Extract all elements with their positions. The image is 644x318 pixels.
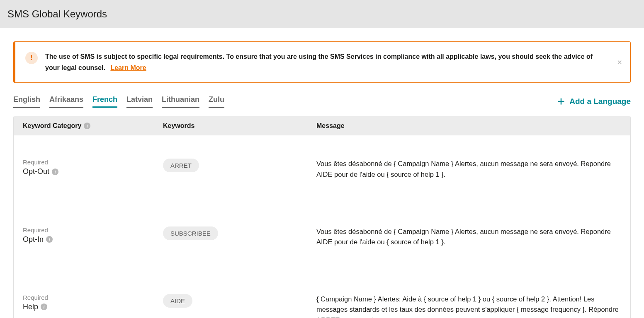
tabs-row: English Afrikaans French Latvian Lithuan… [13, 95, 631, 108]
legal-alert: ! The use of SMS is subject to specific … [13, 41, 631, 83]
table-row: Required Opt-Out i ARRET Vous êtes désab… [14, 135, 630, 203]
cell-category: Required Help i [14, 294, 163, 311]
required-label: Required [23, 294, 163, 301]
th-keywords: Keywords [163, 122, 316, 130]
category-text: Opt-Out [23, 167, 49, 176]
category-name: Opt-In i [23, 235, 163, 244]
info-icon[interactable]: i [84, 123, 90, 129]
table-row: Required Help i AIDE { Campaign Name } A… [14, 271, 630, 318]
message-text: { Campaign Name } Alertes: Aide à { sour… [316, 294, 621, 318]
th-category-label: Keyword Category [23, 122, 81, 130]
cell-message: { Campaign Name } Alertes: Aide à { sour… [316, 294, 630, 318]
category-name: Opt-Out i [23, 167, 163, 176]
tab-french[interactable]: French [92, 95, 117, 108]
close-icon: × [617, 58, 622, 67]
content-area: ! The use of SMS is subject to specific … [0, 28, 644, 318]
category-text: Opt-In [23, 235, 44, 244]
cell-category: Required Opt-In i [14, 226, 163, 244]
th-category: Keyword Category i [14, 122, 163, 130]
tab-afrikaans[interactable]: Afrikaans [49, 95, 83, 108]
th-message: Message [316, 122, 630, 130]
plus-icon [557, 97, 565, 106]
keyword-pill: SUBSCRIBEE [163, 226, 218, 240]
cell-message: Vous êtes désabonné de { Campaign Name }… [316, 159, 630, 180]
cell-keywords: AIDE [163, 294, 316, 308]
add-language-button[interactable]: Add a Language [557, 97, 631, 106]
keyword-pill: AIDE [163, 294, 192, 308]
warning-icon: ! [30, 55, 32, 61]
message-text: Vous êtes désabonné de { Campaign Name }… [316, 226, 621, 248]
close-alert-button[interactable]: × [617, 58, 622, 66]
required-label: Required [23, 226, 163, 234]
info-icon[interactable]: i [41, 304, 47, 310]
info-icon[interactable]: i [52, 169, 58, 175]
keyword-pill: ARRET [163, 159, 199, 172]
add-language-label: Add a Language [569, 97, 631, 106]
cell-keywords: SUBSCRIBEE [163, 226, 316, 240]
keywords-table: Keyword Category i Keywords Message Requ… [13, 116, 631, 318]
page-header: SMS Global Keywords [0, 0, 644, 28]
tab-latvian[interactable]: Latvian [126, 95, 153, 108]
cell-message: Vous êtes désabonné de { Campaign Name }… [316, 226, 630, 248]
info-icon[interactable]: i [46, 236, 53, 243]
cell-category: Required Opt-Out i [14, 159, 163, 176]
tab-english[interactable]: English [13, 95, 40, 108]
message-text: Vous êtes désabonné de { Campaign Name }… [316, 159, 621, 180]
table-row: Required Opt-In i SUBSCRIBEE Vous êtes d… [14, 203, 630, 271]
table-body: Required Opt-Out i ARRET Vous êtes désab… [14, 135, 630, 318]
page-title: SMS Global Keywords [7, 8, 637, 20]
tab-zulu[interactable]: Zulu [209, 95, 224, 108]
tab-lithuanian[interactable]: Lithuanian [162, 95, 199, 108]
learn-more-link[interactable]: Learn More [110, 64, 146, 71]
alert-icon-wrap: ! [25, 52, 38, 64]
cell-keywords: ARRET [163, 159, 316, 172]
alert-text-wrap: The use of SMS is subject to specific le… [45, 51, 620, 73]
category-name: Help i [23, 303, 163, 311]
table-header: Keyword Category i Keywords Message [14, 116, 630, 135]
language-tabs: English Afrikaans French Latvian Lithuan… [13, 95, 224, 108]
required-label: Required [23, 159, 163, 166]
category-text: Help [23, 303, 38, 311]
